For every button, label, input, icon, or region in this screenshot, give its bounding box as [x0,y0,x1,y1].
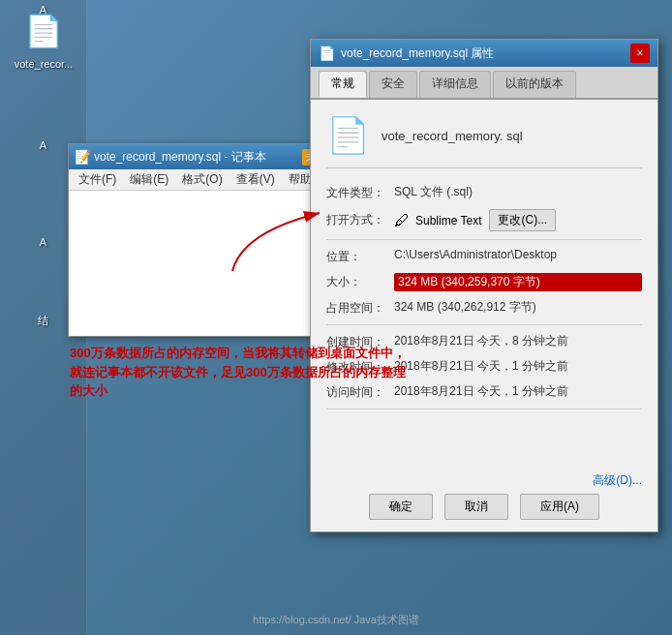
tab-previous-versions[interactable]: 以前的版本 [493,71,576,98]
separator-3 [326,408,642,409]
properties-dialog: 📄 vote_record_memory.sql 属性 × 常规 安全 详细信息… [310,39,658,532]
tab-general[interactable]: 常规 [319,71,367,98]
props-label-usedspace: 占用空间： [326,299,394,317]
notepad-menubar: 文件(F) 编辑(E) 格式(O) 查看(V) 帮助(H) [69,169,348,191]
props-label-size: 大小： [326,273,394,290]
props-title-text: vote_record_memory.sql 属性 [341,45,630,62]
props-row-openwith: 打开方式： 🖊 Sublime Text 更改(C)... [326,209,642,231]
props-footer: 确定 取消 应用(A) [311,494,657,520]
apply-button[interactable]: 应用(A) [520,494,599,520]
ok-button[interactable]: 确定 [369,494,433,520]
separator-1 [326,239,642,240]
desktop-icon-file[interactable]: 📄 vote_recor... [10,8,77,70]
props-value-created: 2018年8月21日 今天，8 分钟之前 [394,333,642,349]
notepad-icon: 📝 [75,149,90,165]
separator-2 [326,324,642,325]
notepad-titlebar: 📝 vote_record_memory.sql - 记事本 未响应 [69,144,348,169]
annotation-text: 300万条数据所占的内存空间，当我将其转储到桌面文件中，就连记事本都不开该文件，… [70,344,409,401]
props-value-modified: 2018年8月21日 今天，1 分钟之前 [394,358,642,375]
props-label-openwith: 打开方式： [326,212,394,228]
watermark-text: https://blog.csdn.net/ Java技术图谱 [253,614,419,625]
props-title-icon: 📄 [319,45,335,61]
watermark: https://blog.csdn.net/ Java技术图谱 [0,613,672,627]
notepad-menu-edit[interactable]: 编辑(E) [124,169,174,190]
tab-details[interactable]: 详细信息 [419,71,491,98]
props-row-location: 位置： C:\Users\Administrator\Desktop [326,248,642,265]
notepad-window: 📝 vote_record_memory.sql - 记事本 未响应 文件(F)… [68,143,349,337]
props-label-location: 位置： [326,248,394,265]
props-close-button[interactable]: × [630,44,650,63]
file-header: 📄 vote_record_memory. sql [326,115,642,168]
advanced-link[interactable]: 高级(D)... [593,472,642,489]
props-value-location: C:\Users\Administrator\Desktop [394,248,642,261]
file-name-display: vote_record_memory. sql [382,129,523,143]
annotation-content: 300万条数据所占的内存空间，当我将其转储到桌面文件中，就连记事本都不开该文件，… [70,346,406,398]
props-value-accessed: 2018年8月21日 今天，1 分钟之前 [394,383,642,400]
props-row-usedspace: 占用空间： 324 MB (340,262,912 字节) [326,299,642,317]
props-row-size: 大小： 324 MB (340,259,370 字节) [326,273,642,291]
tab-security[interactable]: 安全 [369,71,417,98]
notepad-content [69,191,348,336]
cancel-button[interactable]: 取消 [444,494,508,520]
props-value-openwith: 🖊 Sublime Text 更改(C)... [394,209,642,231]
sublime-icon: 🖊 [394,212,410,229]
notepad-title: vote_record_memory.sql - 记事本 [94,149,298,166]
notepad-menu-format[interactable]: 格式(O) [176,169,228,190]
props-tabs: 常规 安全 详细信息 以前的版本 [311,67,657,100]
openwith-app-name: Sublime Text [415,214,481,227]
notepad-menu-file[interactable]: 文件(F) [73,169,122,190]
file-large-icon: 📄 [326,115,370,156]
props-value-filetype: SQL 文件 (.sql) [394,184,642,200]
file-icon: 📄 [24,8,63,54]
props-value-size: 324 MB (340,259,370 字节) [394,273,642,291]
props-value-usedspace: 324 MB (340,262,912 字节) [394,299,642,316]
desktop: A A A 结 📄 vote_recor... 📝 vote_record_me… [0,0,672,635]
desktop-icon-label: vote_recor... [10,58,77,70]
props-row-filetype: 文件类型： SQL 文件 (.sql) [326,184,642,201]
change-button[interactable]: 更改(C)... [489,209,556,231]
props-label-filetype: 文件类型： [326,184,394,201]
props-titlebar: 📄 vote_record_memory.sql 属性 × [311,40,657,67]
notepad-menu-view[interactable]: 查看(V) [230,169,281,190]
